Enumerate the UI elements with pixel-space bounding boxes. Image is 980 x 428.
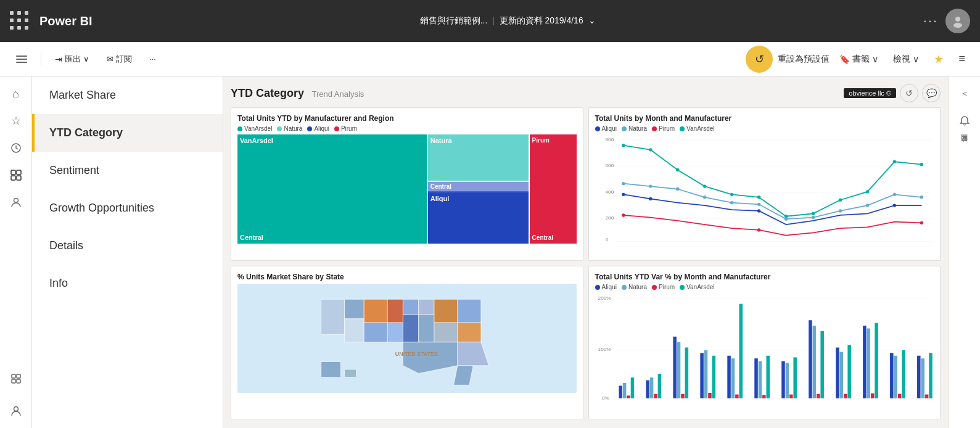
sidebar-icons: ⌂ ☆ (0, 76, 32, 428)
legend-aliqui: Aliqui (307, 125, 329, 132)
svg-rect-103 (677, 342, 680, 398)
svg-rect-112 (735, 395, 738, 398)
bell-icon-button[interactable] (952, 109, 977, 133)
nav-item-details[interactable]: Details (32, 227, 223, 265)
svg-rect-140 (924, 395, 928, 398)
app-grid-icon[interactable] (10, 11, 30, 31)
sidebar-icon-home[interactable]: ⌂ (4, 81, 28, 106)
svg-text:100%: 100% (598, 347, 611, 352)
menu-toggle-button[interactable] (10, 52, 33, 67)
treemap-natura[interactable]: Natura (428, 134, 529, 181)
legend-line-natura: Natura (622, 125, 647, 132)
export-button[interactable]: ⇥ 匯出 ∨ (49, 50, 96, 68)
nav-item-sentiment[interactable]: Sentiment (32, 152, 223, 189)
subscribe-button[interactable]: ✉ 訂閱 (101, 50, 138, 68)
svg-rect-120 (789, 395, 793, 398)
svg-marker-73 (345, 319, 364, 342)
svg-point-31 (838, 199, 841, 202)
list-button[interactable]: ≡ (953, 49, 970, 69)
sidebar-icon-recent[interactable] (4, 136, 28, 160)
nav-item-growth-opportunities[interactable]: Growth Opportunities (32, 189, 223, 227)
reset-button[interactable]: ↺ (746, 46, 773, 73)
svg-marker-70 (387, 299, 403, 323)
sidebar-icon-datasets[interactable] (4, 366, 28, 391)
svg-marker-79 (458, 299, 481, 323)
favorite-button[interactable]: ★ (929, 49, 949, 70)
legend-dot-natura (277, 126, 282, 131)
svg-marker-71 (403, 299, 418, 315)
line-chart-title: Total Units by Month and Manufacturer (595, 114, 934, 123)
svg-rect-10 (12, 379, 15, 383)
svg-rect-118 (781, 361, 784, 398)
svg-point-0 (955, 17, 960, 22)
treemap-vanarsdel-central: Central (240, 234, 263, 241)
sidebar-icon-account[interactable] (4, 398, 28, 423)
map-chart: % Units Market Share by State (231, 266, 583, 419)
treemap-pirum[interactable]: Pirum Central (530, 134, 577, 244)
brand-badge: obvience llc © (844, 88, 896, 98)
sidebar-icon-favorites[interactable]: ☆ (4, 109, 28, 133)
svg-point-28 (757, 195, 760, 199)
view-button[interactable]: 檢視 ∨ (888, 50, 924, 68)
treemap-aliqui[interactable]: Aliqui (428, 192, 529, 244)
legend-dot-aliqui (307, 126, 312, 131)
legend-line-dot-pirum (652, 126, 657, 131)
svg-point-30 (811, 212, 814, 215)
svg-rect-8 (12, 374, 15, 378)
treemap-visual: VanArsdel Central Natura Central Aliqui (237, 134, 577, 244)
svg-point-33 (892, 160, 896, 163)
toolbar: ⇥ 匯出 ∨ ✉ 訂閱 ··· ↺ 重設為預設值 🔖 書籤 ∨ 檢視 ∨ ★ ≡ (0, 42, 980, 76)
bookmark-button[interactable]: 🔖 書籤 ∨ (834, 50, 883, 68)
legend-pirum: Pirum (334, 125, 357, 132)
nav-item-ytd-category[interactable]: YTD Category (32, 114, 223, 152)
svg-point-42 (811, 216, 814, 219)
legend-bar-natura: Natura (622, 284, 647, 290)
topbar-more-button[interactable]: ··· (923, 13, 938, 29)
svg-point-24 (649, 148, 652, 151)
svg-point-27 (730, 193, 733, 196)
svg-marker-80 (434, 323, 458, 342)
svg-marker-75 (387, 323, 403, 342)
svg-rect-96 (627, 395, 630, 398)
svg-marker-78 (434, 299, 458, 323)
svg-rect-111 (731, 358, 734, 398)
toolbar-more-button[interactable]: ··· (143, 51, 162, 67)
legend-vanarsdel: VanArsdel (237, 125, 272, 132)
svg-rect-132 (870, 393, 873, 398)
treemap-pirum-label: Pirum (532, 137, 574, 144)
export-chevron-icon: ∨ (83, 54, 89, 64)
treemap-title: Total Units YTD by Manufacturer and Regi… (237, 114, 577, 123)
svg-point-40 (757, 203, 760, 206)
svg-point-46 (920, 195, 923, 199)
treemap-middle: Natura Central Aliqui (428, 134, 529, 244)
comment-icon-button[interactable]: 💬 (922, 84, 941, 102)
map-svg: UNITED STATES (237, 284, 577, 393)
treemap-vanarsdel[interactable]: VanArsdel Central (237, 134, 427, 244)
svg-rect-135 (894, 356, 897, 398)
dashboard-header-right: obvience llc © ↺ 💬 (844, 84, 941, 102)
refresh-icon-button[interactable]: ↺ (900, 84, 918, 102)
svg-rect-113 (739, 304, 742, 398)
sidebar-icon-people[interactable] (4, 190, 28, 215)
collapse-panel-button[interactable]: ＜ (952, 81, 977, 106)
svg-rect-124 (817, 394, 820, 398)
nav-item-info[interactable]: Info (32, 265, 223, 302)
topbar: Power BI 銷售與行銷範例... | 更新的資料 2019/4/16 ⌄ … (0, 0, 980, 42)
svg-marker-76 (403, 315, 418, 342)
svg-rect-119 (785, 363, 788, 398)
svg-rect-106 (700, 353, 703, 398)
svg-marker-81 (458, 323, 481, 342)
sidebar-icon-workspace[interactable] (4, 163, 28, 187)
vertical-label: 節範圍 (960, 146, 969, 147)
reset-icon: ↺ (755, 52, 764, 66)
main-layout: ⌂ ☆ (0, 76, 980, 428)
user-avatar[interactable] (945, 9, 970, 33)
svg-rect-86 (321, 361, 341, 377)
svg-rect-95 (622, 383, 625, 398)
charts-grid: Total Units YTD by Manufacturer and Regi… (231, 107, 941, 419)
svg-point-39 (730, 201, 733, 204)
svg-rect-139 (921, 358, 924, 398)
nav-item-market-share[interactable]: Market Share (32, 76, 223, 114)
svg-point-49 (757, 209, 760, 212)
chevron-down-icon[interactable]: ⌄ (588, 15, 596, 25)
